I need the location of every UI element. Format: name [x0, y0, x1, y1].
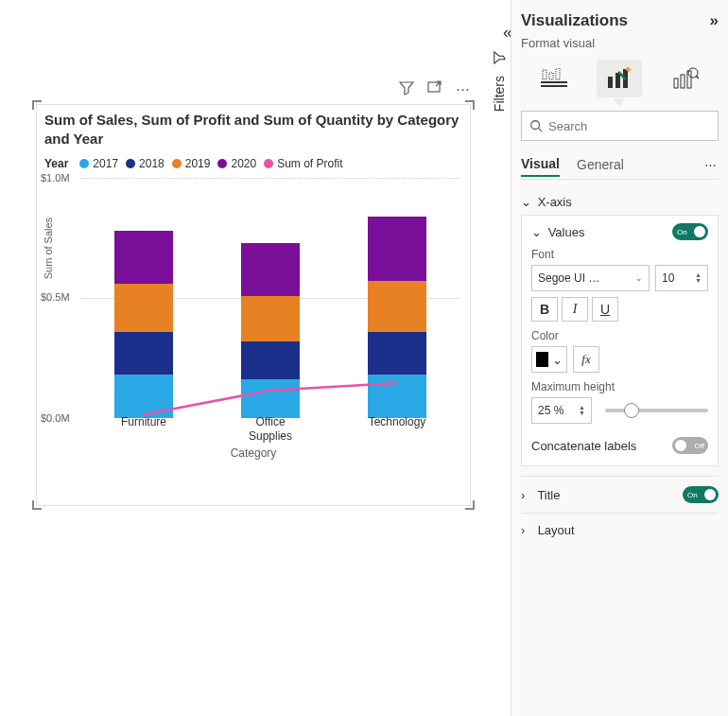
- visual-more-icon[interactable]: ⋯: [456, 80, 470, 97]
- font-size-input[interactable]: 10 ▲▼: [655, 265, 708, 291]
- chart-legend: Year 2017 2018 2019 2020 Sum of Profit: [37, 153, 470, 174]
- svg-rect-3: [543, 70, 546, 79]
- values-toggle[interactable]: On: [672, 223, 708, 240]
- analytics-tab-icon[interactable]: [663, 60, 708, 97]
- concat-labels-label: Concatenate labels: [531, 439, 636, 453]
- visualizations-panel: Visualizations » Format visual Visual Ge…: [511, 0, 728, 716]
- filters-label: Filters: [492, 76, 507, 112]
- section-layout[interactable]: › Layout: [521, 523, 719, 537]
- font-family-select[interactable]: Segoe UI …⌄: [531, 265, 650, 291]
- section-values[interactable]: ⌄ Values On: [531, 223, 708, 240]
- color-picker[interactable]: ⌄: [531, 346, 567, 373]
- svg-line-14: [696, 76, 699, 79]
- svg-rect-2: [541, 85, 567, 87]
- expand-panel-icon[interactable]: »: [710, 11, 719, 30]
- resize-handle[interactable]: [32, 500, 42, 510]
- svg-rect-5: [556, 68, 560, 79]
- search-input[interactable]: [548, 119, 710, 133]
- concat-labels-toggle[interactable]: Off: [672, 437, 708, 454]
- chart-plot-area: Sum of Sales $1.0M $0.5M $0.0M Furniture…: [80, 178, 460, 443]
- svg-point-15: [531, 121, 540, 130]
- format-visual-tab-icon[interactable]: [597, 60, 642, 97]
- format-search[interactable]: [521, 111, 719, 141]
- svg-rect-11: [681, 75, 685, 88]
- maxheight-input[interactable]: 25 % ▲▼: [531, 397, 592, 424]
- chevron-right-icon: ›: [521, 523, 534, 537]
- filter-icon[interactable]: [399, 80, 414, 97]
- build-visual-tab-icon[interactable]: [531, 60, 577, 97]
- chevron-down-icon: ⌄: [531, 225, 545, 239]
- chart-visual[interactable]: ⋯ Sum of Sales, Sum of Profit and Sum of…: [36, 104, 471, 506]
- bold-button[interactable]: B: [531, 297, 558, 322]
- tab-visual[interactable]: Visual: [521, 152, 560, 177]
- underline-button[interactable]: U: [592, 297, 618, 322]
- svg-rect-1: [541, 81, 567, 83]
- section-title[interactable]: › Title On: [521, 486, 719, 503]
- resize-handle[interactable]: [465, 500, 475, 510]
- svg-rect-7: [615, 73, 620, 88]
- chevron-down-icon: ⌄: [521, 195, 534, 209]
- svg-rect-4: [549, 73, 553, 79]
- search-icon: [529, 119, 543, 132]
- italic-button[interactable]: I: [562, 297, 588, 322]
- focus-mode-icon[interactable]: [427, 80, 442, 97]
- tabs-more-icon[interactable]: ⋯: [704, 158, 719, 172]
- panel-title: Visualizations: [521, 11, 628, 30]
- maxheight-slider[interactable]: [605, 409, 708, 412]
- svg-rect-6: [608, 77, 613, 88]
- filters-pane-tab[interactable]: Filters: [486, 45, 512, 112]
- tab-general[interactable]: General: [577, 153, 624, 176]
- section-xaxis[interactable]: ⌄ X-axis: [521, 195, 719, 209]
- title-toggle[interactable]: On: [683, 486, 719, 503]
- chart-title: Sum of Sales, Sum of Profit and Sum of Q…: [37, 105, 470, 153]
- resize-handle[interactable]: [465, 100, 475, 110]
- filter-funnel-icon: [493, 51, 506, 64]
- resize-handle[interactable]: [32, 100, 42, 110]
- svg-line-16: [539, 129, 543, 132]
- chevron-right-icon: ›: [521, 488, 534, 502]
- svg-rect-10: [674, 79, 678, 88]
- fx-button[interactable]: fx: [573, 346, 599, 373]
- panel-subtitle: Format visual: [521, 36, 719, 50]
